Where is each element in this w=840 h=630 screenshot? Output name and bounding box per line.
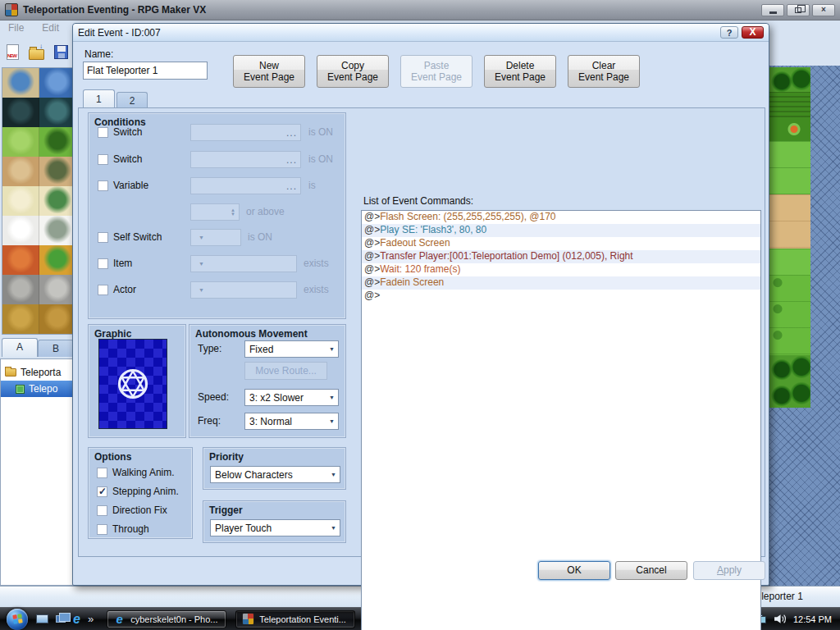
map-tree-item-selected[interactable]: Telepo (1, 381, 76, 397)
palette-tile[interactable] (2, 157, 39, 186)
option-row[interactable]: Walking Anim. (97, 467, 179, 478)
palette-tile[interactable] (39, 157, 76, 186)
restore-button[interactable] (787, 4, 810, 16)
dialog-close-button[interactable]: X (742, 26, 764, 39)
movement-speed-combo[interactable]: 3: x2 Slower (244, 389, 339, 406)
minimize-button[interactable] (761, 4, 784, 16)
map-tile-band[interactable] (769, 67, 810, 92)
event-command-row[interactable]: @>Transfer Player:[001:Teleportation Dem… (362, 250, 760, 263)
map-tile-band[interactable] (769, 194, 810, 249)
taskbar-clock[interactable]: 12:54 PM (793, 614, 832, 624)
palette-tile[interactable] (39, 304, 76, 334)
checkbox[interactable] (97, 486, 107, 497)
move-route-button[interactable]: Move Route... (244, 362, 327, 380)
variable-value-spinner[interactable]: ▲▼ (190, 203, 240, 221)
palette-tile[interactable] (2, 98, 39, 127)
map-tile-band[interactable] (769, 275, 810, 355)
copy-event-page-button[interactable]: CopyEvent Page (317, 55, 389, 88)
option-row[interactable]: Through (97, 523, 179, 535)
palette-tile[interactable] (39, 216, 76, 245)
volume-icon[interactable] (774, 614, 786, 624)
event-command-row[interactable]: @>Fadeout Screen (362, 237, 760, 250)
event-graphic-preview[interactable] (98, 339, 167, 429)
menu-edit[interactable]: Edit (42, 22, 59, 35)
palette-tile[interactable] (2, 304, 39, 334)
map-editor-view[interactable] (768, 66, 840, 586)
browse-icon[interactable] (286, 180, 297, 192)
quick-launch-overflow-icon[interactable] (88, 613, 94, 625)
event-command-row[interactable]: @> (362, 290, 760, 303)
checkbox[interactable] (98, 232, 108, 243)
palette-tile[interactable] (39, 98, 76, 127)
cancel-button[interactable]: Cancel (615, 561, 687, 580)
checkbox[interactable] (98, 154, 108, 165)
close-button[interactable]: × (812, 4, 835, 16)
item-combo[interactable] (190, 255, 297, 272)
browse-icon[interactable] (286, 154, 297, 166)
checkbox[interactable] (97, 505, 107, 516)
palette-tile[interactable] (39, 68, 76, 98)
palette-tile[interactable] (2, 275, 39, 304)
window-switcher-icon[interactable] (56, 615, 66, 623)
palette-tile[interactable] (39, 186, 76, 216)
ok-button[interactable]: OK (538, 561, 610, 580)
palette-tile[interactable] (39, 127, 76, 157)
variable-input[interactable] (190, 177, 301, 194)
checkbox[interactable] (98, 285, 108, 295)
palette-tile[interactable] (2, 68, 39, 98)
checkbox[interactable] (98, 258, 108, 269)
event-page-tab-2[interactable]: 2 (116, 92, 148, 108)
taskbar-task-rpgmaker[interactable]: Teleportation Eventi... (235, 610, 355, 628)
event-command-row[interactable]: @>Play SE: 'Flash3', 80, 80 (362, 224, 760, 237)
trigger-combo[interactable]: Player Touch (210, 519, 340, 536)
event-name-input[interactable] (83, 62, 208, 80)
palette-tile[interactable] (2, 245, 39, 275)
map-tree-root[interactable]: Teleporta (1, 364, 76, 381)
palette-tile[interactable] (39, 245, 76, 275)
switch1-input[interactable] (190, 124, 301, 141)
palette-tab-a[interactable]: A (2, 338, 38, 357)
internet-explorer-icon[interactable]: e (73, 613, 80, 626)
checkbox[interactable] (98, 180, 108, 191)
show-desktop-icon[interactable] (36, 614, 48, 623)
taskbar-task-ie[interactable]: cyberskelet0n - Pho... (107, 610, 226, 628)
help-button[interactable]: ? (720, 26, 738, 39)
clear-event-page-button[interactable]: ClearEvent Page (568, 55, 640, 88)
checkbox[interactable] (97, 468, 107, 478)
self-switch-combo[interactable] (190, 229, 241, 246)
palette-tab-b[interactable]: B (38, 340, 74, 357)
open-project-icon[interactable] (29, 49, 44, 60)
palette-tile[interactable] (39, 275, 76, 304)
checkbox[interactable] (98, 127, 108, 138)
spinner-arrows-icon[interactable]: ▲▼ (231, 208, 235, 217)
event-page-tab-1[interactable]: 1 (83, 89, 115, 108)
menu-file[interactable]: File (8, 22, 24, 35)
map-tile-band[interactable] (769, 117, 810, 141)
actor-combo[interactable] (190, 281, 297, 299)
switch2-input[interactable] (190, 151, 301, 168)
map-tile-band[interactable] (769, 141, 810, 194)
browse-icon[interactable] (286, 127, 297, 139)
option-row[interactable]: Stepping Anim. (97, 486, 179, 497)
map-tile-band[interactable] (769, 355, 810, 408)
movement-type-combo[interactable]: Fixed (244, 340, 339, 358)
save-project-icon[interactable] (54, 45, 68, 59)
palette-tile[interactable] (2, 127, 39, 157)
palette-tile[interactable] (2, 186, 39, 216)
option-row[interactable]: Direction Fix (97, 504, 179, 516)
new-project-icon[interactable] (7, 44, 19, 60)
event-command-row[interactable]: @>Flash Screen: (255,255,255,255), @170 (362, 211, 760, 224)
palette-tile[interactable] (2, 216, 39, 245)
delete-event-page-button[interactable]: DeleteEvent Page (484, 55, 556, 88)
event-command-row[interactable]: @>Wait: 120 frame(s) (362, 263, 760, 276)
event-command-row[interactable]: @>Fadein Screen (362, 276, 760, 290)
movement-freq-combo[interactable]: 3: Normal (244, 413, 339, 430)
checkbox[interactable] (97, 524, 107, 535)
apply-button[interactable]: Apply (693, 561, 765, 580)
start-button[interactable] (7, 609, 28, 630)
map-tile-band[interactable] (769, 92, 810, 117)
priority-combo[interactable]: Below Characters (210, 466, 340, 483)
new-event-page-button[interactable]: NewEvent Page (233, 55, 305, 88)
paste-event-page-button[interactable]: PasteEvent Page (400, 55, 472, 88)
map-tile-band[interactable] (769, 249, 810, 275)
